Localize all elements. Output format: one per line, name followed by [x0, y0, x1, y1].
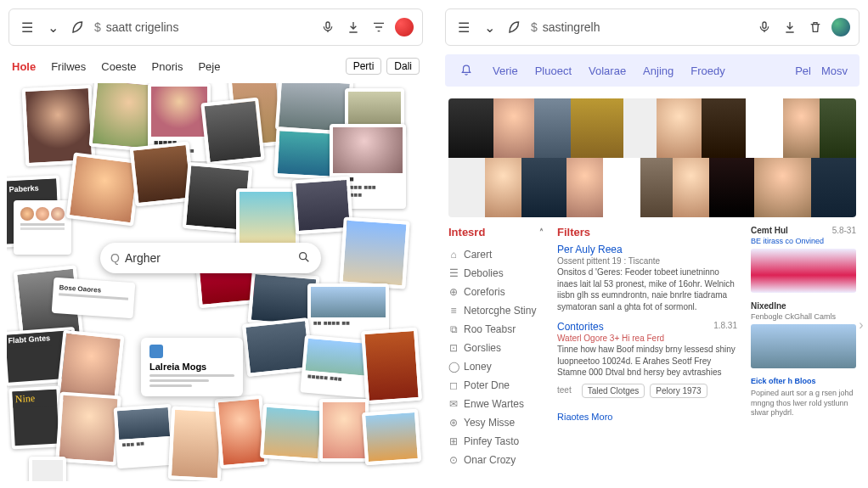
nav-mosv[interactable]: Mosv: [821, 65, 848, 77]
sidebar-item[interactable]: ⊞Pinfey Tasto: [448, 432, 544, 451]
nav-pel[interactable]: Pel: [795, 65, 811, 77]
tab-coeste[interactable]: Coeste: [101, 60, 136, 73]
sidebar-item[interactable]: ⊙Onar Crozy: [448, 451, 544, 469]
bell-icon[interactable]: [457, 61, 476, 80]
result-title[interactable]: Contorites: [557, 321, 604, 333]
right-sidebar: Intesrd˄ ⌂Carert☰Debolies⊕Coreforis≡Neto…: [448, 226, 544, 478]
tab-pnoris[interactable]: Pnoris: [152, 60, 183, 73]
sidebar-item-icon: ⊕: [448, 286, 459, 298]
collage-tile[interactable]: [14, 200, 71, 255]
right-avatar[interactable]: [831, 18, 850, 36]
aside-card[interactable]: Cemt Hul5.8-31 BE itirass co Onvined: [751, 226, 856, 293]
collage-tile[interactable]: [215, 395, 268, 469]
more-link[interactable]: Riaotes Moro: [557, 412, 612, 422]
collage-tile[interactable]: Nine: [8, 385, 63, 449]
sidebar-item[interactable]: ✉Enwe Wartes: [448, 395, 544, 413]
right-search-field[interactable]: $: [531, 20, 748, 34]
sidebar-item[interactable]: ⌂Carert: [448, 245, 544, 264]
collage-tile[interactable]: [339, 216, 409, 289]
result-title[interactable]: Per Auly Reea: [557, 244, 737, 255]
mic-icon[interactable]: [755, 18, 774, 36]
sidebar-item-icon: ⌂: [448, 249, 459, 261]
search-prefix-icon: Q: [110, 251, 120, 265]
sidebar-item-label: Carert: [464, 249, 492, 261]
tab-peje[interactable]: Peje: [198, 60, 220, 73]
left-nav-tabs: Hole Frilwes Coeste Pnoris Peje Perti Da…: [0, 54, 431, 78]
chevron-down-icon[interactable]: ⌄: [480, 18, 499, 36]
nav-verie[interactable]: Verie: [493, 65, 518, 77]
hamburger-icon[interactable]: ☰: [18, 18, 37, 36]
sidebar-item-label: Debolies: [464, 267, 504, 279]
hamburger-icon[interactable]: ☰: [454, 18, 473, 36]
chevron-up-icon[interactable]: ˄: [539, 227, 544, 237]
nav-volarae[interactable]: Volarae: [589, 65, 626, 77]
leaf-icon[interactable]: [505, 18, 524, 36]
chevron-down-icon[interactable]: ⌄: [43, 18, 62, 36]
sidebar-item-label: Yesy Misse: [464, 417, 515, 429]
mic-icon[interactable]: [318, 18, 337, 36]
floating-search[interactable]: Q Argher: [100, 243, 321, 273]
chip[interactable]: Taled Clotges: [582, 384, 645, 398]
perti-button[interactable]: Perti: [346, 58, 382, 75]
sidebar-item[interactable]: ⊡Gorslies: [448, 339, 544, 357]
collage-tile[interactable]: Bose Oaores: [52, 278, 136, 319]
result-chips: teet Taled Clotges Pelory 1973: [557, 384, 737, 398]
nav-froedy[interactable]: Froedy: [690, 65, 724, 77]
collage-tile[interactable]: [66, 152, 142, 226]
download-icon[interactable]: [781, 18, 799, 36]
left-avatar[interactable]: [395, 18, 414, 36]
aside-card[interactable]: Eick ofter h Bloos Popined aurt sor a g …: [751, 377, 856, 418]
search-icon[interactable]: [297, 250, 311, 266]
leaf-icon[interactable]: [69, 18, 87, 36]
sidebar-item-label: Enwe Wartes: [464, 398, 524, 410]
sidebar-item[interactable]: ◯Loney: [448, 357, 544, 376]
sidebar-item-label: Netorcghe Stiny: [464, 305, 536, 317]
result-subtitle: Ossent pittent 19 : Tiscante: [557, 256, 737, 266]
collage-tile[interactable]: [200, 98, 264, 166]
sidebar-item[interactable]: ⊛Yesy Misse: [448, 413, 544, 432]
sidebar-item[interactable]: ≡Netorcghe Stiny: [448, 301, 544, 320]
right-panel: ☰ ⌄ $ Verie Pluoect Volarae Anjing Froed…: [437, 0, 868, 488]
collage-tile[interactable]: [362, 409, 421, 465]
left-search-field[interactable]: $: [94, 20, 312, 34]
sidebar-item-icon: ⊙: [448, 454, 459, 466]
dali-button[interactable]: Dali: [386, 58, 420, 75]
result-item: Contorites 1.8.31 Waterl Ogore 3+ Hi rea…: [557, 321, 737, 398]
left-search-input[interactable]: [106, 20, 312, 34]
download-icon[interactable]: [344, 18, 363, 36]
aside-card[interactable]: Nixedlne Fenbogle CkGhall Camls: [751, 301, 856, 368]
next-arrow-icon[interactable]: ›: [856, 312, 866, 338]
right-aside: Cemt Hul5.8-31 BE itirass co Onvined Nix…: [751, 226, 856, 478]
right-search-input[interactable]: [543, 20, 748, 34]
sidebar-item-icon: ⊛: [448, 417, 459, 429]
tab-hole[interactable]: Hole: [12, 60, 36, 73]
collage-tile[interactable]: [361, 328, 422, 404]
sidebar-item-icon: ◯: [448, 361, 459, 373]
sidebar-item-label: Pinfey Tasto: [464, 435, 519, 447]
collage-tile[interactable]: [319, 399, 369, 462]
chip[interactable]: Pelory 1973: [650, 384, 707, 398]
nav-anjing[interactable]: Anjing: [643, 65, 674, 77]
tab-frilwes[interactable]: Frilwes: [51, 60, 86, 73]
sidebar-item-icon: ✉: [448, 398, 459, 410]
result-item: Per Auly Reea Ossent pittent 19 : Tiscan…: [557, 244, 737, 312]
sidebar-item[interactable]: ⊕Coreforis: [448, 283, 544, 301]
collage-tile[interactable]: [55, 392, 121, 466]
collage-tile[interactable]: [260, 404, 324, 463]
sidebar-item[interactable]: ◻Poter Dne: [448, 376, 544, 395]
collage-tile[interactable]: [274, 127, 338, 180]
trash-icon[interactable]: [806, 18, 825, 36]
sidebar-item[interactable]: ⧉Roo Teabsr: [448, 320, 544, 339]
sidebar-item-icon: ☰: [448, 267, 459, 279]
sidebar-item-label: Gorslies: [464, 342, 501, 354]
floating-profile-card[interactable]: Lalreia Mogs: [141, 338, 243, 396]
nav-pluoect[interactable]: Pluoect: [535, 65, 572, 77]
sidebar-item-label: Coreforis: [464, 286, 505, 298]
collage-tile[interactable]: [236, 188, 299, 250]
filter-icon[interactable]: [369, 18, 388, 36]
collage-tile[interactable]: ■■■ ■■: [114, 404, 176, 469]
sidebar-item[interactable]: ☰Debolies: [448, 264, 544, 283]
right-results: Filters Per Auly Reea Ossent pittent 19 …: [557, 226, 737, 478]
collage-tile[interactable]: [29, 457, 66, 481]
aside-image: [751, 249, 856, 293]
